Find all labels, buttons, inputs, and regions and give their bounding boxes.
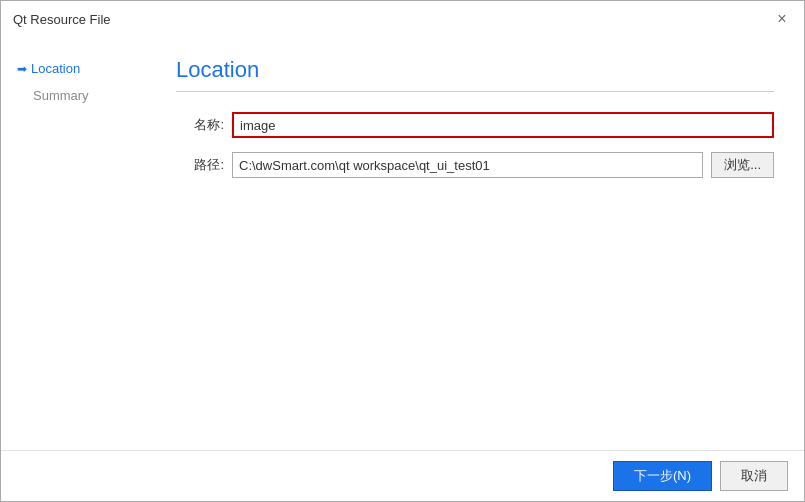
dialog-body: ➡ Location Summary Location 名称: 路径: 浏览..… — [1, 37, 804, 450]
browse-button[interactable]: 浏览... — [711, 152, 774, 178]
sidebar-item-summary[interactable]: Summary — [11, 84, 136, 107]
sidebar: ➡ Location Summary — [1, 37, 146, 450]
title-bar: Qt Resource File × — [1, 1, 804, 37]
next-button[interactable]: 下一步(N) — [613, 461, 712, 491]
arrow-right-icon: ➡ — [17, 62, 27, 76]
content-title: Location — [176, 57, 774, 92]
path-input[interactable] — [232, 152, 703, 178]
dialog-footer: 下一步(N) 取消 — [1, 450, 804, 501]
content-area: Location 名称: 路径: 浏览... — [146, 37, 804, 450]
name-label: 名称: — [176, 116, 224, 134]
dialog: Qt Resource File × ➡ Location Summary Lo… — [0, 0, 805, 502]
name-form-row: 名称: — [176, 112, 774, 138]
sidebar-item-summary-label: Summary — [33, 88, 89, 103]
path-label: 路径: — [176, 156, 224, 174]
sidebar-item-location[interactable]: ➡ Location — [11, 57, 136, 80]
close-button[interactable]: × — [772, 9, 792, 29]
cancel-button[interactable]: 取消 — [720, 461, 788, 491]
name-input[interactable] — [232, 112, 774, 138]
path-form-row: 路径: 浏览... — [176, 152, 774, 178]
dialog-title: Qt Resource File — [13, 12, 111, 27]
sidebar-item-location-label: Location — [31, 61, 80, 76]
